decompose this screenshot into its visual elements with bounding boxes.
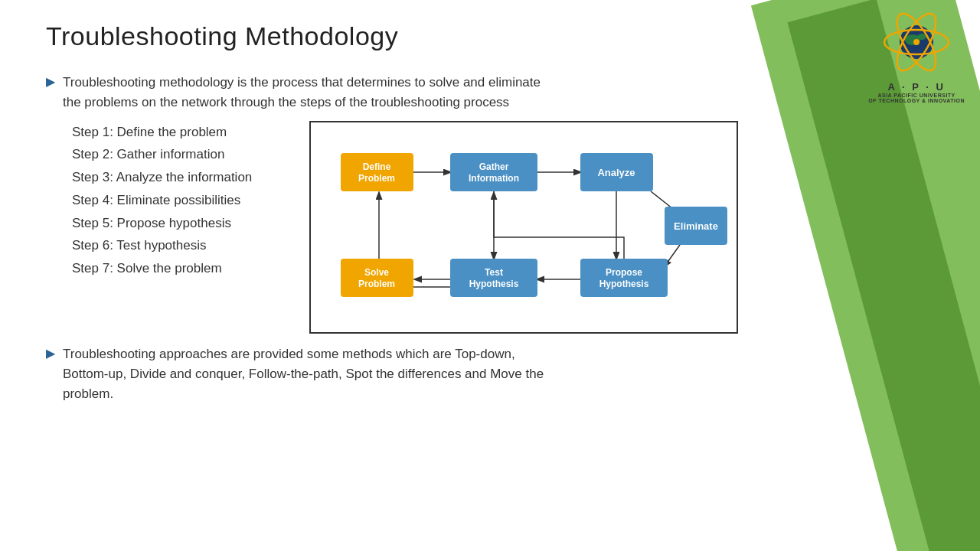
svg-point-2: [917, 34, 926, 40]
bullet-arrow-2: ▶: [46, 346, 55, 360]
svg-text:Hypothesis: Hypothesis: [599, 279, 649, 289]
second-bullet-text: Troubleshooting approaches are provided …: [63, 344, 560, 405]
apu-subtitle: ASIA PACIFIC UNIVERSITY: [868, 93, 965, 98]
steps-diagram-container: Step 1: Define the problem Step 2: Gathe…: [46, 121, 796, 334]
svg-text:Information: Information: [469, 173, 519, 184]
bullet-arrow-1: ▶: [46, 74, 55, 89]
svg-text:Hypothesis: Hypothesis: [469, 279, 519, 289]
svg-text:Eliminate: Eliminate: [674, 220, 718, 232]
step-1: Step 1: Define the problem: [72, 121, 286, 144]
step-3: Step 3: Analyze the information: [72, 166, 286, 189]
svg-text:Define: Define: [363, 161, 391, 172]
logo-container: A · P · U ASIA PACIFIC UNIVERSITY OF TEC…: [868, 8, 965, 103]
svg-rect-18: [450, 153, 537, 191]
svg-text:Problem: Problem: [358, 279, 395, 289]
svg-rect-25: [580, 259, 668, 297]
main-content: Troubleshooting Methodology ▶ Troublesho…: [0, 0, 842, 428]
step-6: Step 6: Test hypothesis: [72, 234, 286, 257]
apu-subtitle2: OF TECHNOLOGY & INNOVATION: [868, 98, 965, 103]
svg-text:Problem: Problem: [358, 173, 395, 184]
svg-rect-28: [450, 259, 537, 297]
svg-text:Gather: Gather: [479, 161, 509, 172]
page-title: Troubleshooting Methodology: [46, 21, 796, 51]
first-bullet-text: Troubleshooting methodology is the proce…: [63, 73, 560, 113]
svg-rect-31: [341, 259, 413, 297]
svg-text:Solve: Solve: [364, 267, 389, 278]
svg-rect-15: [341, 153, 413, 191]
first-bullet-section: ▶ Troubleshooting methodology is the pro…: [46, 73, 796, 113]
apu-logo-icon: [882, 8, 951, 77]
flowchart-diagram: Define Problem Gather Information Analyz…: [309, 121, 738, 334]
apu-text: A · P · U: [868, 81, 965, 93]
steps-list: Step 1: Define the problem Step 2: Gathe…: [72, 121, 286, 280]
svg-text:Propose: Propose: [606, 267, 642, 278]
svg-point-6: [913, 39, 920, 45]
svg-text:Analyze: Analyze: [597, 167, 635, 178]
step-5: Step 5: Propose hypothesis: [72, 212, 286, 235]
step-4: Step 4: Eliminate possibilities: [72, 189, 286, 212]
second-bullet-section: ▶ Troubleshooting approaches are provide…: [46, 344, 796, 405]
step-7: Step 7: Solve the problem: [72, 257, 286, 280]
step-2: Step 2: Gather information: [72, 143, 286, 166]
svg-text:Test: Test: [485, 267, 503, 278]
flowchart-svg: Define Problem Gather Information Analyz…: [322, 130, 730, 321]
